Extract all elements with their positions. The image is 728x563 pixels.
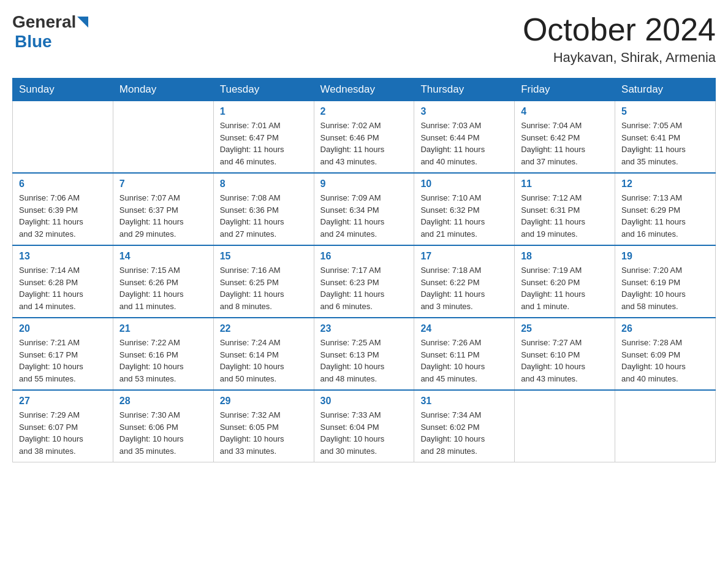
calendar-cell: 22Sunrise: 7:24 AMSunset: 6:14 PMDayligh…: [213, 318, 314, 390]
day-info: Sunrise: 7:08 AMSunset: 6:36 PMDaylight:…: [220, 192, 308, 240]
calendar-header-row: SundayMondayTuesdayWednesdayThursdayFrid…: [13, 79, 716, 101]
day-number: 28: [119, 396, 207, 407]
calendar-day-header: Sunday: [13, 79, 113, 101]
calendar-cell: 9Sunrise: 7:09 AMSunset: 6:34 PMDaylight…: [314, 173, 414, 245]
calendar-cell: 4Sunrise: 7:04 AMSunset: 6:42 PMDaylight…: [515, 101, 615, 174]
calendar-cell: 27Sunrise: 7:29 AMSunset: 6:07 PMDayligh…: [13, 390, 113, 462]
calendar-cell: 14Sunrise: 7:15 AMSunset: 6:26 PMDayligh…: [113, 245, 213, 318]
calendar-cell: 21Sunrise: 7:22 AMSunset: 6:16 PMDayligh…: [113, 318, 213, 390]
day-number: 25: [521, 323, 609, 334]
day-number: 11: [521, 178, 609, 190]
day-info: Sunrise: 7:02 AMSunset: 6:46 PMDaylight:…: [320, 120, 408, 167]
day-number: 13: [19, 251, 107, 262]
day-number: 1: [220, 106, 308, 117]
day-info: Sunrise: 7:29 AMSunset: 6:07 PMDaylight:…: [19, 409, 107, 457]
calendar-day-header: Saturday: [615, 79, 716, 101]
calendar-cell: 30Sunrise: 7:33 AMSunset: 6:04 PMDayligh…: [314, 390, 414, 462]
day-info: Sunrise: 7:34 AMSunset: 6:02 PMDaylight:…: [420, 409, 508, 457]
calendar-cell: 28Sunrise: 7:30 AMSunset: 6:06 PMDayligh…: [113, 390, 213, 462]
calendar-cell: 17Sunrise: 7:18 AMSunset: 6:22 PMDayligh…: [414, 245, 515, 318]
calendar-cell: [515, 390, 615, 462]
calendar-week-row: 20Sunrise: 7:21 AMSunset: 6:17 PMDayligh…: [13, 318, 716, 390]
day-number: 21: [119, 323, 207, 334]
calendar-cell: 24Sunrise: 7:26 AMSunset: 6:11 PMDayligh…: [414, 318, 515, 390]
day-info: Sunrise: 7:06 AMSunset: 6:39 PMDaylight:…: [19, 192, 107, 240]
day-info: Sunrise: 7:26 AMSunset: 6:11 PMDaylight:…: [420, 337, 508, 385]
calendar-cell: 15Sunrise: 7:16 AMSunset: 6:25 PMDayligh…: [213, 245, 314, 318]
day-info: Sunrise: 7:32 AMSunset: 6:05 PMDaylight:…: [220, 409, 308, 457]
day-info: Sunrise: 7:20 AMSunset: 6:19 PMDaylight:…: [621, 264, 709, 312]
calendar-cell: 5Sunrise: 7:05 AMSunset: 6:41 PMDaylight…: [615, 101, 716, 174]
page-header: General Blue October 2024 Haykavan, Shir…: [12, 12, 716, 66]
day-info: Sunrise: 7:16 AMSunset: 6:25 PMDaylight:…: [220, 264, 308, 312]
day-info: Sunrise: 7:19 AMSunset: 6:20 PMDaylight:…: [521, 264, 609, 312]
day-number: 10: [420, 178, 508, 190]
calendar-cell: 8Sunrise: 7:08 AMSunset: 6:36 PMDaylight…: [213, 173, 314, 245]
calendar-cell: 1Sunrise: 7:01 AMSunset: 6:47 PMDaylight…: [213, 101, 314, 174]
calendar-week-row: 1Sunrise: 7:01 AMSunset: 6:47 PMDaylight…: [13, 101, 716, 174]
calendar-week-row: 13Sunrise: 7:14 AMSunset: 6:28 PMDayligh…: [13, 245, 716, 318]
calendar-cell: 7Sunrise: 7:07 AMSunset: 6:37 PMDaylight…: [113, 173, 213, 245]
day-number: 12: [621, 178, 709, 190]
day-number: 24: [420, 323, 508, 334]
day-info: Sunrise: 7:14 AMSunset: 6:28 PMDaylight:…: [19, 264, 107, 312]
day-info: Sunrise: 7:25 AMSunset: 6:13 PMDaylight:…: [320, 337, 408, 385]
calendar-cell: 6Sunrise: 7:06 AMSunset: 6:39 PMDaylight…: [13, 173, 113, 245]
calendar-cell: 23Sunrise: 7:25 AMSunset: 6:13 PMDayligh…: [314, 318, 414, 390]
day-info: Sunrise: 7:27 AMSunset: 6:10 PMDaylight:…: [521, 337, 609, 385]
calendar-cell: [615, 390, 716, 462]
day-number: 4: [521, 106, 609, 117]
day-info: Sunrise: 7:01 AMSunset: 6:47 PMDaylight:…: [220, 120, 308, 167]
logo-blue-text: Blue: [15, 32, 52, 51]
day-info: Sunrise: 7:22 AMSunset: 6:16 PMDaylight:…: [119, 337, 207, 385]
calendar-cell: 20Sunrise: 7:21 AMSunset: 6:17 PMDayligh…: [13, 318, 113, 390]
calendar-cell: 2Sunrise: 7:02 AMSunset: 6:46 PMDaylight…: [314, 101, 414, 174]
day-info: Sunrise: 7:28 AMSunset: 6:09 PMDaylight:…: [621, 337, 709, 385]
calendar-table: SundayMondayTuesdayWednesdayThursdayFrid…: [12, 78, 716, 462]
day-number: 18: [521, 251, 609, 262]
calendar-cell: 26Sunrise: 7:28 AMSunset: 6:09 PMDayligh…: [615, 318, 716, 390]
day-number: 26: [621, 323, 709, 334]
day-info: Sunrise: 7:30 AMSunset: 6:06 PMDaylight:…: [119, 409, 207, 457]
day-number: 16: [320, 251, 408, 262]
day-info: Sunrise: 7:09 AMSunset: 6:34 PMDaylight:…: [320, 192, 408, 240]
calendar-week-row: 27Sunrise: 7:29 AMSunset: 6:07 PMDayligh…: [13, 390, 716, 462]
calendar-cell: [113, 101, 213, 174]
calendar-cell: 18Sunrise: 7:19 AMSunset: 6:20 PMDayligh…: [515, 245, 615, 318]
day-info: Sunrise: 7:17 AMSunset: 6:23 PMDaylight:…: [320, 264, 408, 312]
calendar-cell: 29Sunrise: 7:32 AMSunset: 6:05 PMDayligh…: [213, 390, 314, 462]
month-title: October 2024: [523, 12, 716, 47]
day-number: 7: [119, 178, 207, 190]
day-number: 20: [19, 323, 107, 334]
title-section: October 2024 Haykavan, Shirak, Armenia: [523, 12, 716, 66]
calendar-cell: 12Sunrise: 7:13 AMSunset: 6:29 PMDayligh…: [615, 173, 716, 245]
day-number: 14: [119, 251, 207, 262]
calendar-cell: 16Sunrise: 7:17 AMSunset: 6:23 PMDayligh…: [314, 245, 414, 318]
day-number: 3: [420, 106, 508, 117]
calendar-cell: [13, 101, 113, 174]
calendar-cell: 11Sunrise: 7:12 AMSunset: 6:31 PMDayligh…: [515, 173, 615, 245]
day-info: Sunrise: 7:05 AMSunset: 6:41 PMDaylight:…: [621, 120, 709, 167]
day-number: 30: [320, 396, 408, 407]
day-info: Sunrise: 7:33 AMSunset: 6:04 PMDaylight:…: [320, 409, 408, 457]
day-number: 19: [621, 251, 709, 262]
day-info: Sunrise: 7:21 AMSunset: 6:17 PMDaylight:…: [19, 337, 107, 385]
day-number: 6: [19, 178, 107, 190]
calendar-day-header: Tuesday: [213, 79, 314, 101]
day-number: 8: [220, 178, 308, 190]
day-info: Sunrise: 7:07 AMSunset: 6:37 PMDaylight:…: [119, 192, 207, 240]
day-number: 15: [220, 251, 308, 262]
calendar-day-header: Monday: [113, 79, 213, 101]
day-info: Sunrise: 7:24 AMSunset: 6:14 PMDaylight:…: [220, 337, 308, 385]
day-info: Sunrise: 7:10 AMSunset: 6:32 PMDaylight:…: [420, 192, 508, 240]
calendar-cell: 25Sunrise: 7:27 AMSunset: 6:10 PMDayligh…: [515, 318, 615, 390]
calendar-day-header: Friday: [515, 79, 615, 101]
day-number: 5: [621, 106, 709, 117]
logo-triangle-icon: [77, 17, 88, 28]
day-number: 31: [420, 396, 508, 407]
day-number: 9: [320, 178, 408, 190]
calendar-cell: 3Sunrise: 7:03 AMSunset: 6:44 PMDaylight…: [414, 101, 515, 174]
calendar-cell: 31Sunrise: 7:34 AMSunset: 6:02 PMDayligh…: [414, 390, 515, 462]
logo-general-text: General: [12, 12, 76, 32]
calendar-cell: 10Sunrise: 7:10 AMSunset: 6:32 PMDayligh…: [414, 173, 515, 245]
